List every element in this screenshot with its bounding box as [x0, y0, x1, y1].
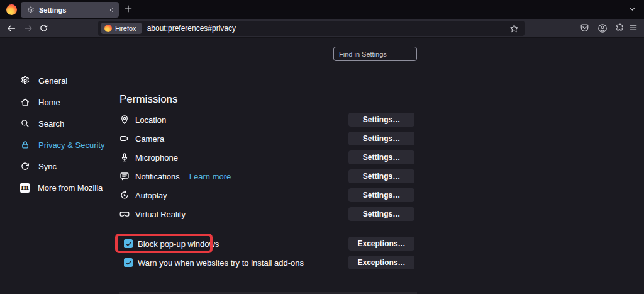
account-icon[interactable]: [597, 23, 608, 33]
permission-row-autoplay: Autoplay Settings…: [119, 186, 417, 205]
firefox-badge-icon: [104, 25, 112, 32]
url-bar[interactable]: Firefox about:preferences#privacy: [98, 21, 525, 36]
gear-icon: [20, 76, 30, 86]
home-icon: [20, 97, 30, 107]
permission-row-notifications: Notifications Learn more Settings…: [119, 167, 417, 186]
pocket-icon[interactable]: [580, 23, 589, 33]
tab-bar: Settings: [0, 0, 644, 19]
warn-addons-row: Warn you when websites try to install ad…: [119, 256, 417, 269]
url-text: about:preferences#privacy: [147, 24, 509, 33]
search-icon: [20, 118, 30, 128]
firefox-logo-icon: [6, 4, 17, 15]
block-popups-row: Block pop-up windows Exceptions…: [119, 237, 417, 251]
permission-row-camera: Camera Settings…: [119, 129, 417, 148]
tab-gear-icon: [27, 6, 35, 14]
block-popups-label: Block pop-up windows: [138, 239, 219, 249]
tab-title: Settings: [39, 6, 103, 14]
microphone-settings-button[interactable]: Settings…: [348, 150, 414, 164]
warn-addons-label: Warn you when websites try to install ad…: [138, 258, 304, 268]
new-tab-button[interactable]: [124, 4, 133, 13]
site-identity-chip[interactable]: Firefox: [101, 23, 142, 34]
permission-row-virtual-reality: Virtual Reality Settings…: [119, 205, 417, 223]
notifications-message-icon: [119, 171, 130, 181]
find-in-settings-input[interactable]: [333, 47, 417, 61]
firefox-window: Settings Firefox about:preferences#priva…: [0, 0, 644, 294]
autoplay-icon: [119, 190, 130, 200]
permissions-heading: Permissions: [119, 93, 178, 106]
sidebar-item-search[interactable]: Search: [20, 113, 121, 134]
microphone-icon: [119, 152, 130, 162]
sidebar-item-privacy-security[interactable]: Privacy & Security: [20, 134, 121, 155]
site-identity-label: Firefox: [115, 25, 136, 32]
addons-exceptions-button[interactable]: Exceptions…: [348, 256, 414, 269]
sidebar-item-label: General: [38, 76, 67, 86]
forward-button[interactable]: [23, 23, 33, 33]
menu-hamburger-icon[interactable]: [629, 23, 638, 32]
popup-exceptions-button[interactable]: Exceptions…: [348, 237, 414, 251]
notifications-settings-button[interactable]: Settings…: [348, 169, 414, 183]
tab-close-icon[interactable]: [108, 7, 114, 13]
list-all-tabs-chevron-icon[interactable]: [628, 5, 636, 13]
location-settings-button[interactable]: Settings…: [348, 113, 414, 127]
autoplay-settings-button[interactable]: Settings…: [348, 188, 414, 202]
sidebar-item-label: Search: [38, 119, 64, 128]
notifications-learn-more-link[interactable]: Learn more: [189, 172, 231, 181]
block-popups-checkbox[interactable]: [124, 239, 133, 248]
warn-addons-checkbox[interactable]: [124, 258, 133, 267]
settings-sidebar: General Home Search Privacy & Security S…: [20, 70, 121, 198]
vr-headset-icon: [119, 209, 130, 219]
permissions-list: Location Settings… Camera Settings… Micr…: [119, 110, 417, 223]
camera-icon: [119, 133, 130, 144]
section-divider: [119, 82, 417, 82]
permission-row-location: Location Settings…: [119, 110, 417, 129]
bookmark-star-icon[interactable]: [509, 24, 519, 33]
sidebar-item-home[interactable]: Home: [20, 91, 121, 113]
sync-icon: [20, 161, 30, 171]
sidebar-item-label: Privacy & Security: [38, 140, 104, 150]
camera-settings-button[interactable]: Settings…: [348, 132, 414, 145]
sidebar-item-label: Home: [38, 98, 60, 107]
extensions-puzzle-icon[interactable]: [615, 23, 625, 33]
sidebar-item-more-from-mozilla[interactable]: m More from Mozilla: [20, 177, 121, 198]
back-button[interactable]: [6, 23, 16, 33]
sidebar-item-label: Sync: [38, 162, 57, 171]
sidebar-item-sync[interactable]: Sync: [20, 155, 121, 177]
lock-icon: [20, 140, 30, 150]
tab-settings[interactable]: Settings: [21, 2, 119, 18]
mozilla-logo-icon: m: [20, 183, 30, 193]
virtual-reality-settings-button[interactable]: Settings…: [348, 207, 414, 221]
sidebar-item-general[interactable]: General: [20, 70, 121, 91]
reload-button[interactable]: [39, 23, 48, 33]
sidebar-item-label: More from Mozilla: [38, 183, 103, 193]
location-pin-icon: [119, 115, 130, 125]
permission-row-microphone: Microphone Settings…: [119, 148, 417, 167]
